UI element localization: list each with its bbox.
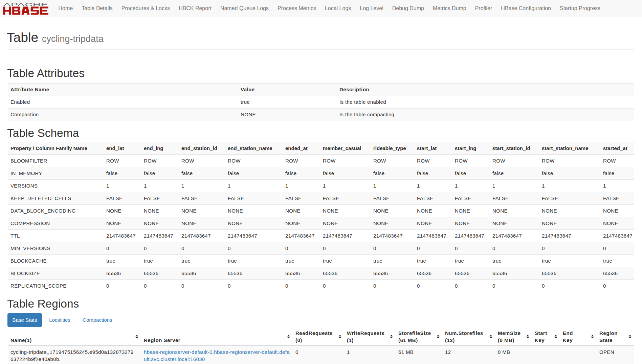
svg-text:APACHE: APACHE: [3, 2, 48, 7]
